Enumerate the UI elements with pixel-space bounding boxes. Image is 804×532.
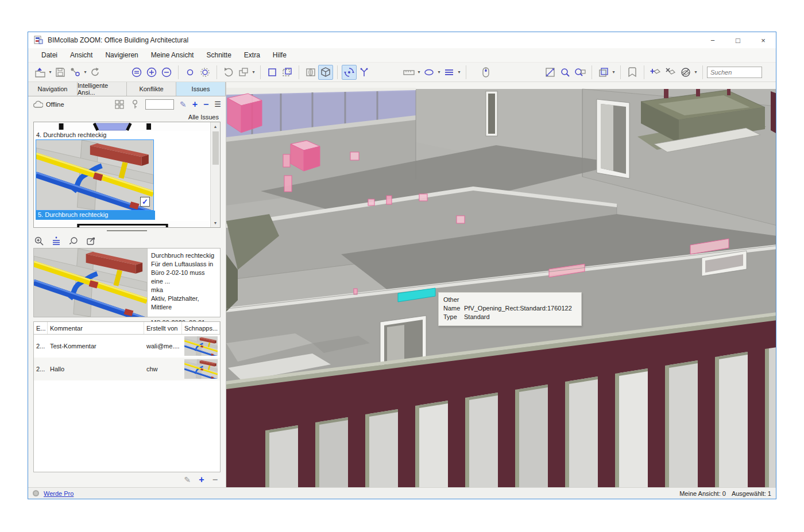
- tab-intelligente-ansichten[interactable]: Intelligente Ansi...: [78, 82, 127, 96]
- open-issue-icon[interactable]: [86, 236, 96, 246]
- remove-comment-icon[interactable]: −: [212, 475, 218, 485]
- tag-add-icon[interactable]: [648, 65, 663, 80]
- meine-ansicht-count: Meine Ansicht: 0: [679, 490, 726, 497]
- section-box-icon[interactable]: [318, 65, 333, 80]
- zoom-window-icon[interactable]: [558, 65, 573, 80]
- save-icon[interactable]: [53, 65, 68, 80]
- element-tooltip: Other Name PfV_Opening_Rect:Standard:176…: [438, 292, 582, 326]
- menu-navigieren[interactable]: Navigieren: [99, 49, 144, 61]
- open-model-caret[interactable]: ▾: [48, 69, 53, 75]
- add-issue-icon[interactable]: +: [192, 99, 198, 110]
- view-issue-icon[interactable]: [68, 236, 79, 246]
- comment-1-e: 2...: [34, 366, 48, 372]
- menu-schnitte[interactable]: Schnitte: [200, 49, 237, 61]
- filter-key-icon[interactable]: [130, 99, 140, 110]
- zoom-to-issue-icon[interactable]: [34, 236, 44, 246]
- col-header-schnappschuss[interactable]: Schnapps...: [182, 322, 220, 334]
- issue-menu-icon[interactable]: ☰: [214, 100, 221, 108]
- ausgewaehlt-count: Ausgewählt: 1: [732, 490, 771, 497]
- issue-detail-toolbar: [28, 234, 226, 248]
- orbit-icon[interactable]: [342, 65, 357, 80]
- connection-status: Offline: [46, 101, 64, 108]
- zoom-extents-icon[interactable]: [543, 65, 558, 80]
- zoom-out-icon[interactable]: [159, 65, 174, 80]
- 3d-viewport[interactable]: Other Name PfV_Opening_Rect:Standard:176…: [226, 82, 776, 487]
- markup-lines-caret[interactable]: ▾: [457, 69, 462, 75]
- comment-row[interactable]: 2... Test-Kommentar wali@me....: [34, 335, 220, 358]
- col-header-e[interactable]: E...: [34, 322, 48, 334]
- clearance-caret[interactable]: ▾: [436, 69, 442, 75]
- issues-controls: Offline ✎ + − ☰: [28, 96, 226, 112]
- viewpoints-icon[interactable]: [236, 65, 251, 80]
- comment-1-snapshot[interactable]: [184, 359, 218, 379]
- issue-item-5-label[interactable]: 5. Durchbruch rechteckig: [36, 211, 155, 220]
- edit-issue-icon[interactable]: ✎: [180, 100, 187, 109]
- col-header-erstellt-von[interactable]: Erstellt von: [144, 322, 182, 334]
- minimize-button[interactable]: −: [700, 32, 725, 48]
- markup-lines-icon[interactable]: [442, 65, 457, 80]
- tag-clear-caret[interactable]: ▾: [693, 69, 698, 75]
- tab-konflikte[interactable]: Konflikte: [127, 82, 176, 96]
- comment-row[interactable]: 2... Hallo chw: [34, 358, 220, 380]
- issue-detail-thumbnail[interactable]: [34, 248, 148, 317]
- menu-meine-ansicht[interactable]: Meine Ansicht: [145, 49, 200, 61]
- tag-remove-icon[interactable]: [663, 65, 678, 80]
- panel-splitter[interactable]: [28, 228, 226, 234]
- save-viewpoint-icon[interactable]: [625, 65, 640, 80]
- col-header-kommentar[interactable]: Kommentar: [48, 322, 144, 334]
- tag-clear-icon[interactable]: [678, 65, 693, 80]
- zoom-in-icon[interactable]: [144, 65, 159, 80]
- search-input[interactable]: [707, 67, 762, 78]
- measure-icon[interactable]: [401, 65, 416, 80]
- edit-comment-icon[interactable]: ✎: [184, 475, 191, 484]
- link-views-icon[interactable]: [68, 65, 83, 80]
- measure-caret[interactable]: ▾: [416, 69, 422, 75]
- refresh-models-icon[interactable]: [88, 65, 103, 80]
- reset-view-icon[interactable]: [129, 65, 144, 80]
- issue6-thumbnail-partial[interactable]: [35, 221, 209, 226]
- tab-navigation[interactable]: Navigation: [28, 82, 78, 96]
- issue-filter-input[interactable]: [145, 99, 174, 110]
- select-rect-add-icon[interactable]: [280, 65, 295, 80]
- menu-hilfe[interactable]: Hilfe: [266, 49, 293, 61]
- remove-issue-icon[interactable]: −: [203, 99, 208, 110]
- issue-list-scrollbar[interactable]: ▲ ▼: [210, 122, 220, 227]
- issue-item-4-label[interactable]: 4. Durchbruch rechteckig: [34, 131, 210, 139]
- werde-pro-link[interactable]: Werde Pro: [44, 490, 74, 497]
- menu-datei[interactable]: Datei: [35, 49, 64, 61]
- scroll-down-icon[interactable]: ▼: [214, 219, 218, 227]
- maximize-button[interactable]: □: [725, 32, 751, 48]
- section-plane-icon[interactable]: [303, 65, 318, 80]
- snap-settings-icon[interactable]: [198, 65, 212, 80]
- visibility-box-caret[interactable]: ▾: [611, 69, 616, 75]
- add-comment-icon[interactable]: +: [199, 475, 204, 485]
- tooltip-type-value: Standard: [464, 313, 490, 321]
- walk-icon[interactable]: [357, 65, 372, 80]
- group-view-icon[interactable]: [114, 99, 125, 110]
- menu-ansicht[interactable]: Ansicht: [64, 49, 99, 61]
- clearance-icon[interactable]: [422, 65, 436, 80]
- pro-status-icon: [33, 490, 39, 496]
- scrollbar-thumb[interactable]: [212, 131, 219, 165]
- tab-issues[interactable]: Issues: [176, 82, 226, 96]
- scroll-up-icon[interactable]: ▲: [214, 122, 218, 131]
- select-rect-icon[interactable]: [265, 65, 280, 80]
- app-logo-icon: [34, 36, 43, 45]
- mouse-settings-icon[interactable]: [478, 65, 493, 80]
- link-views-caret[interactable]: ▾: [83, 69, 88, 75]
- comments-header: E... Kommentar Erstellt von Schnapps...: [34, 322, 220, 335]
- close-button[interactable]: ×: [751, 32, 776, 48]
- zoom-selection-icon[interactable]: [573, 65, 587, 80]
- select-point-icon[interactable]: [183, 65, 198, 80]
- issue4-thumbnail-partial[interactable]: [35, 123, 209, 131]
- menu-extra[interactable]: Extra: [238, 49, 266, 61]
- comment-0-snapshot[interactable]: [184, 336, 218, 356]
- rotate-view-icon[interactable]: [221, 65, 236, 80]
- issue-visible-checkbox[interactable]: ✓: [140, 197, 150, 207]
- issue-info-icon[interactable]: [51, 236, 61, 246]
- issue-item-5-thumbnail[interactable]: ✓: [36, 139, 154, 211]
- visibility-box-icon[interactable]: [596, 65, 611, 80]
- open-model-icon[interactable]: [33, 65, 48, 80]
- issues-filter-label[interactable]: Alle Issues: [188, 114, 219, 121]
- viewpoints-caret[interactable]: ▾: [251, 69, 256, 75]
